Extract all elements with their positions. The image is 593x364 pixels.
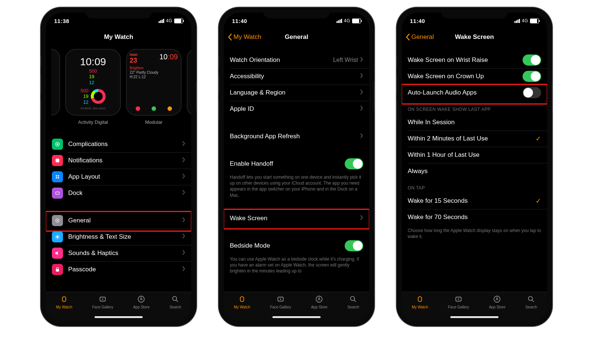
chevron-right-icon	[360, 105, 363, 113]
tab-facegallery[interactable]: Face Gallery	[92, 294, 113, 309]
toggle-bedside[interactable]	[345, 240, 363, 251]
row-bgrefresh[interactable]: Background App Refresh	[224, 128, 369, 145]
tab-search[interactable]: Search	[169, 294, 181, 309]
back-button[interactable]: My Watch	[228, 33, 261, 41]
watch-faces-row[interactable]: 10:09 500 19 12 500 19 12	[46, 45, 191, 125]
activity-rings-icon	[91, 89, 106, 104]
appstore-icon	[314, 294, 324, 304]
row-language[interactable]: Language & Region	[224, 85, 369, 101]
home-indicator[interactable]	[95, 316, 143, 318]
option-1hr[interactable]: Within 1 Hour of Last Use	[402, 147, 547, 163]
svg-rect-7	[56, 192, 59, 195]
option-15s[interactable]: Wake for 15 Seconds ✓	[402, 193, 547, 209]
svg-point-1	[57, 143, 58, 145]
passcode-icon	[52, 264, 63, 275]
face-activity-digital[interactable]: 10:09 500 19 12 500 19 12	[65, 49, 121, 125]
tab-appstore[interactable]: App Store	[311, 294, 327, 309]
row-complications[interactable]: Complications	[46, 136, 191, 152]
svg-point-5	[56, 177, 57, 178]
row-wrist[interactable]: Wake Screen on Wrist Raise	[402, 52, 547, 68]
tab-search[interactable]: Search	[525, 294, 537, 309]
chevron-right-icon	[360, 56, 363, 64]
page-title: General	[285, 33, 308, 41]
svg-point-21	[351, 297, 355, 301]
page-title: Wake Screen	[455, 33, 494, 41]
svg-point-24	[458, 298, 459, 300]
option-session[interactable]: While In Session	[402, 114, 547, 130]
back-button[interactable]: General	[405, 33, 434, 41]
home-indicator[interactable]	[450, 316, 498, 318]
group-header-lastapp: ON SCREEN WAKE SHOW LAST APP	[402, 101, 547, 114]
facegallery-icon	[276, 294, 285, 304]
row-general[interactable]: General	[46, 212, 191, 229]
nav-header: My Watch	[46, 29, 191, 45]
svg-point-10	[56, 236, 58, 238]
phone-1: 11:38 4G My Watch 10:09 5	[41, 7, 196, 326]
svg-point-6	[58, 177, 59, 178]
svg-point-19	[280, 298, 281, 300]
row-bedside[interactable]: Bedside Mode	[224, 238, 369, 254]
chevron-right-icon	[182, 140, 185, 148]
svg-rect-12	[62, 297, 66, 302]
chevron-right-icon	[182, 189, 185, 197]
chevron-right-icon	[182, 266, 185, 273]
handoff-footer: Handoff lets you start something on one …	[224, 172, 369, 199]
tab-search[interactable]: Search	[347, 294, 359, 309]
toggle-wrist[interactable]	[523, 54, 541, 66]
option-70s[interactable]: Wake for 70 Seconds	[402, 209, 547, 225]
row-handoff[interactable]: Enable Handoff	[224, 156, 369, 172]
row-orientation[interactable]: Watch Orientation Left Wrist	[224, 52, 369, 68]
chevron-right-icon	[182, 173, 185, 181]
ontap-footer: Choose how long the Apple Watch display …	[402, 225, 547, 240]
chevron-right-icon	[360, 89, 363, 96]
tab-mywatch[interactable]: My Watch	[412, 294, 428, 309]
toggle-crown[interactable]	[523, 71, 541, 82]
row-dock[interactable]: Dock	[46, 185, 191, 201]
carrier-label: 4G	[166, 18, 172, 23]
row-audio[interactable]: Auto-Launch Audio Apps	[402, 85, 547, 101]
row-accessibility[interactable]: Accessibility	[224, 68, 369, 85]
mywatch-icon	[59, 294, 69, 304]
checkmark-icon: ✓	[536, 197, 541, 205]
tab-facegallery[interactable]: Face Gallery	[270, 294, 291, 309]
home-indicator[interactable]	[272, 316, 321, 318]
appstore-icon	[492, 294, 502, 304]
row-crown[interactable]: Wake Screen on Crown Up	[402, 68, 547, 85]
signal-icon	[159, 19, 164, 23]
bedside-footer: You can use Apple Watch as a bedside clo…	[224, 254, 369, 275]
mywatch-icon	[415, 294, 425, 304]
svg-rect-11	[56, 269, 59, 271]
facegallery-icon	[454, 294, 463, 304]
chevron-right-icon	[360, 133, 363, 140]
svg-rect-22	[418, 297, 421, 302]
tab-facegallery[interactable]: Face Gallery	[448, 294, 469, 309]
chevron-left-icon	[228, 33, 232, 41]
row-wake-screen[interactable]: Wake Screen	[224, 210, 369, 226]
applayout-icon	[52, 171, 63, 182]
chevron-left-icon	[405, 33, 410, 41]
battery-icon	[174, 19, 183, 23]
row-notifications[interactable]: Notifications	[46, 152, 191, 169]
face-modular[interactable]: mon23 10:09 Brighton 22° Partly Cloudy H…	[126, 49, 182, 125]
toggle-audio[interactable]	[523, 87, 541, 98]
row-brightness[interactable]: Brightness & Text Size	[46, 229, 191, 245]
toggle-handoff[interactable]	[345, 158, 363, 169]
general-icon	[52, 215, 63, 226]
appstore-icon	[136, 294, 146, 304]
option-always[interactable]: Always	[402, 163, 547, 179]
mywatch-icon	[237, 294, 247, 304]
tab-mywatch[interactable]: My Watch	[234, 294, 250, 309]
row-passcode[interactable]: Passcode	[46, 261, 191, 278]
tab-appstore[interactable]: App Store	[133, 294, 149, 309]
option-2min[interactable]: Within 2 Minutes of Last Use ✓	[402, 130, 547, 147]
phone-2: 11:40 4G My Watch General Watch Orientat…	[219, 7, 374, 326]
row-appleid[interactable]: Apple ID	[224, 101, 369, 117]
svg-point-3	[56, 175, 57, 176]
svg-point-4	[58, 175, 59, 176]
row-sounds[interactable]: Sounds & Haptics	[46, 245, 191, 261]
chevron-right-icon	[360, 73, 363, 80]
status-time: 11:38	[54, 18, 69, 24]
tab-appstore[interactable]: App Store	[489, 294, 505, 309]
tab-mywatch[interactable]: My Watch	[56, 294, 72, 309]
row-applayout[interactable]: App Layout	[46, 169, 191, 185]
